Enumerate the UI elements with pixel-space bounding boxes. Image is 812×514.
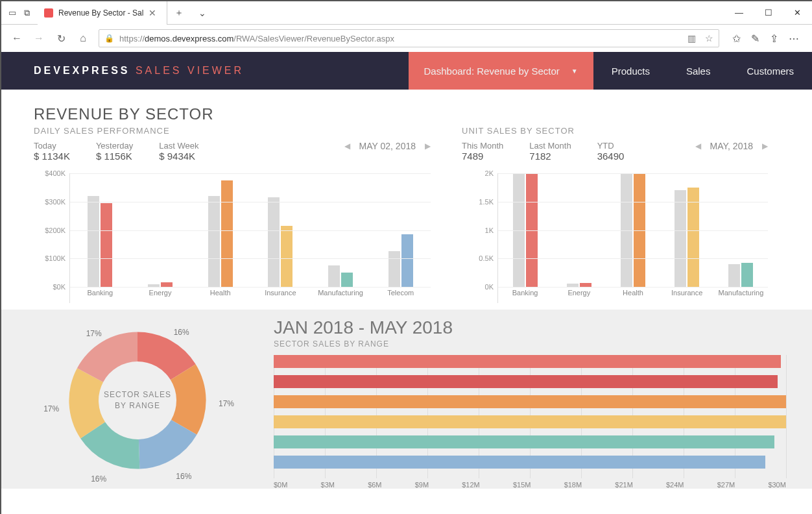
- brand: DEVEXPRESS SALES VIEWER: [1, 65, 276, 77]
- favorites-icon[interactable]: ✩: [732, 32, 741, 45]
- date-picker[interactable]: ◀ MAY 02, 2018 ▶: [344, 141, 431, 151]
- tab-bar: ▭ ⧉ Revenue By Sector - Sal ✕ ＋ ⌄ — ☐ ✕: [1, 1, 812, 25]
- donut-chart: SECTOR SALES BY RANGE: [60, 323, 215, 478]
- range-title: JAN 2018 - MAY 2018: [274, 317, 786, 338]
- nav-products[interactable]: Products: [593, 52, 668, 90]
- refresh-button[interactable]: ↻: [54, 32, 67, 45]
- stat-value: 7182: [529, 151, 571, 162]
- stat-value: 7489: [462, 151, 503, 162]
- tab-chevron-icon[interactable]: ⌄: [191, 8, 214, 18]
- minimize-button[interactable]: —: [724, 1, 754, 25]
- content: REVENUE BY SECTOR DAILY SALES PERFORMANC…: [1, 90, 812, 489]
- stat-value: $ 1134K: [34, 151, 70, 162]
- stat-value: $ 9434K: [159, 151, 198, 162]
- prev-arrow-icon[interactable]: ◀: [344, 141, 350, 151]
- stat-label: Last Week: [159, 141, 198, 151]
- month-value: MAY, 2018: [710, 141, 753, 151]
- close-window-button[interactable]: ✕: [783, 1, 812, 25]
- nav-customers[interactable]: Customers: [728, 52, 812, 90]
- daily-chart: $0K$100K$200K$300K$400K BankingEnergyHea…: [34, 173, 431, 303]
- reader-icon[interactable]: ▥: [687, 33, 696, 43]
- next-arrow-icon[interactable]: ▶: [425, 141, 431, 151]
- range-subtitle: SECTOR SALES BY RANGE: [274, 339, 786, 349]
- address-bar: ← → ↻ ⌂ 🔒 https://demos.devexpress.com/R…: [1, 25, 812, 52]
- daily-subtitle: DAILY SALES PERFORMANCE: [34, 126, 431, 136]
- url-text: https://demos.devexpress.com/RWA/SalesVi…: [119, 34, 678, 43]
- stat-label: Today: [34, 141, 70, 151]
- unit-panel: UNIT SALES BY SECTOR This Month7489 Last…: [442, 96, 780, 310]
- date-value: MAY 02, 2018: [359, 141, 416, 151]
- next-arrow-icon[interactable]: ▶: [762, 141, 768, 151]
- stat-label: This Month: [462, 141, 503, 151]
- stat-label: Yesterday: [96, 141, 133, 151]
- tab-title: Revenue By Sector - Sal: [58, 8, 143, 18]
- unit-chart: 0K0.5K1K1.5K2K BankingEnergyHealthInsura…: [462, 173, 768, 303]
- donut-center-label: SECTOR SALES BY RANGE: [60, 323, 215, 478]
- stat-label: Last Month: [529, 141, 571, 151]
- app-header: DEVEXPRESS SALES VIEWER Dashboard: Reven…: [1, 52, 812, 90]
- sys-icon[interactable]: ▭: [5, 6, 19, 20]
- app-nav: Dashboard: Revenue by Sector▼ Products S…: [409, 52, 812, 90]
- home-button[interactable]: ⌂: [77, 32, 90, 45]
- menu-icon[interactable]: ⋯: [789, 32, 799, 45]
- favicon: [44, 8, 53, 18]
- browser-tab[interactable]: Revenue By Sector - Sal ✕: [38, 1, 167, 25]
- unit-subtitle: UNIT SALES BY SECTOR: [462, 126, 768, 136]
- stat-value: $ 1156K: [96, 151, 133, 162]
- range-panel: JAN 2018 - MAY 2018 SECTOR SALES BY RANG…: [274, 317, 812, 489]
- browser-chrome: ▭ ⧉ Revenue By Sector - Sal ✕ ＋ ⌄ — ☐ ✕ …: [1, 1, 812, 52]
- stat-value: 36490: [597, 151, 625, 162]
- forward-button[interactable]: →: [32, 32, 45, 45]
- favorite-icon[interactable]: ☆: [705, 33, 713, 43]
- new-tab-button[interactable]: ＋: [167, 7, 191, 19]
- prev-arrow-icon[interactable]: ◀: [695, 141, 701, 151]
- close-icon[interactable]: ✕: [149, 8, 156, 18]
- nav-sales[interactable]: Sales: [668, 52, 729, 90]
- notes-icon[interactable]: ✎: [751, 32, 759, 45]
- maximize-button[interactable]: ☐: [754, 1, 783, 25]
- stat-label: YTD: [597, 141, 625, 151]
- page-title: REVENUE BY SECTOR: [34, 105, 431, 123]
- lock-icon: 🔒: [104, 34, 114, 43]
- url-field[interactable]: 🔒 https://demos.devexpress.com/RWA/Sales…: [99, 29, 719, 47]
- sys-icon[interactable]: ⧉: [19, 6, 34, 20]
- chevron-down-icon: ▼: [571, 67, 578, 75]
- daily-panel: REVENUE BY SECTOR DAILY SALES PERFORMANC…: [1, 96, 442, 310]
- share-icon[interactable]: ⇪: [770, 32, 778, 45]
- month-picker[interactable]: ◀ MAY, 2018 ▶: [695, 141, 768, 151]
- range-chart: [274, 355, 786, 478]
- donut-panel: SECTOR SALES BY RANGE 16%17%16%16%17%17%: [1, 317, 274, 489]
- back-button[interactable]: ←: [10, 32, 23, 45]
- nav-dashboard[interactable]: Dashboard: Revenue by Sector▼: [409, 52, 593, 90]
